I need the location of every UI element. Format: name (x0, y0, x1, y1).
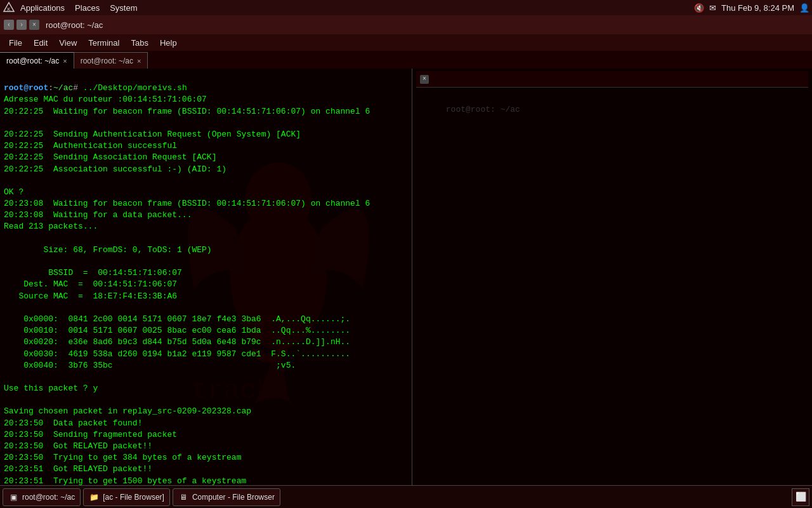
tab-2-label: root@root: ~/ac (81, 57, 133, 65)
terminal-icon: ▣ (8, 492, 18, 502)
window-title: root@root: ~/ac (46, 20, 103, 30)
window-nav-fwd[interactable]: › (16, 20, 27, 30)
tmenu-tabs[interactable]: Tabs (126, 37, 153, 49)
taskbar-terminal[interactable]: ▣ root@root: ~/ac (3, 488, 81, 506)
window-chrome: ‹ › × root@root: ~/ac (0, 15, 812, 34)
tab-2-close[interactable]: × (137, 57, 141, 65)
svg-text:K: K (8, 6, 11, 12)
menu-places[interactable]: Places (70, 2, 105, 14)
tmenu-edit[interactable]: Edit (29, 37, 53, 49)
taskbar-computer-label: Computer - File Browser (192, 493, 275, 502)
taskbar-file-browser-ac[interactable]: 📁 [ac - File Browser] (83, 488, 170, 506)
terminal-right-pane[interactable]: × root@root: ~/ac (412, 69, 812, 485)
taskbar-terminal-label: root@root: ~/ac (22, 493, 75, 502)
top-menubar: K Applications Places System 🔇 ✉ Thu Feb… (0, 0, 812, 15)
computer-icon: 🖥 (178, 492, 188, 502)
terminal-menubar: File Edit View Terminal Tabs Help (0, 34, 812, 51)
mail-icon[interactable]: ✉ (709, 3, 716, 13)
menu-applications[interactable]: Applications (15, 2, 70, 14)
terminal-output-right: root@root: ~/ac (416, 88, 808, 128)
taskbar-computer-file-browser[interactable]: 🖥 Computer - File Browser (173, 488, 280, 506)
datetime: Thu Feb 9, 8:24 PM (721, 3, 794, 13)
terminal-container: 5 track root@root:~/ac# ../Desktop/morei… (0, 69, 812, 485)
taskbar-file-browser-ac-label: [ac - File Browser] (103, 493, 164, 502)
tmenu-help[interactable]: Help (155, 37, 182, 49)
show-desktop-button[interactable]: ⬜ (792, 488, 809, 506)
right-pane-close[interactable]: × (420, 75, 429, 84)
tab-1-label: root@root: ~/ac (6, 57, 59, 65)
taskbar: ▣ root@root: ~/ac 📁 [ac - File Browser] … (0, 485, 812, 508)
kali-logo-icon: K (3, 1, 15, 14)
folder-icon: 📁 (89, 492, 99, 502)
menu-system[interactable]: System (105, 2, 142, 14)
tab-2[interactable]: root@root: ~/ac × (74, 52, 148, 69)
tmenu-file[interactable]: File (4, 37, 27, 49)
top-right-area: 🔇 ✉ Thu Feb 9, 8:24 PM 👤 (694, 3, 809, 13)
tmenu-view[interactable]: View (54, 37, 82, 49)
terminal-left-pane[interactable]: 5 track root@root:~/ac# ../Desktop/morei… (0, 69, 412, 485)
terminal-output-left: root@root:~/ac# ../Desktop/moreivs.sh Ad… (4, 71, 408, 485)
tab-1-close[interactable]: × (63, 57, 67, 65)
user-icon[interactable]: 👤 (799, 3, 809, 13)
right-pane-tab-bar: × (416, 71, 808, 88)
window-close-chrome[interactable]: × (29, 20, 39, 30)
tab-1[interactable]: root@root: ~/ac × (0, 52, 74, 69)
sound-icon[interactable]: 🔇 (694, 3, 704, 13)
tmenu-terminal[interactable]: Terminal (83, 37, 124, 49)
taskbar-right: ⬜ (792, 488, 809, 506)
tab-bar: root@root: ~/ac × root@root: ~/ac × (0, 51, 812, 69)
window-nav-back[interactable]: ‹ (4, 20, 14, 30)
